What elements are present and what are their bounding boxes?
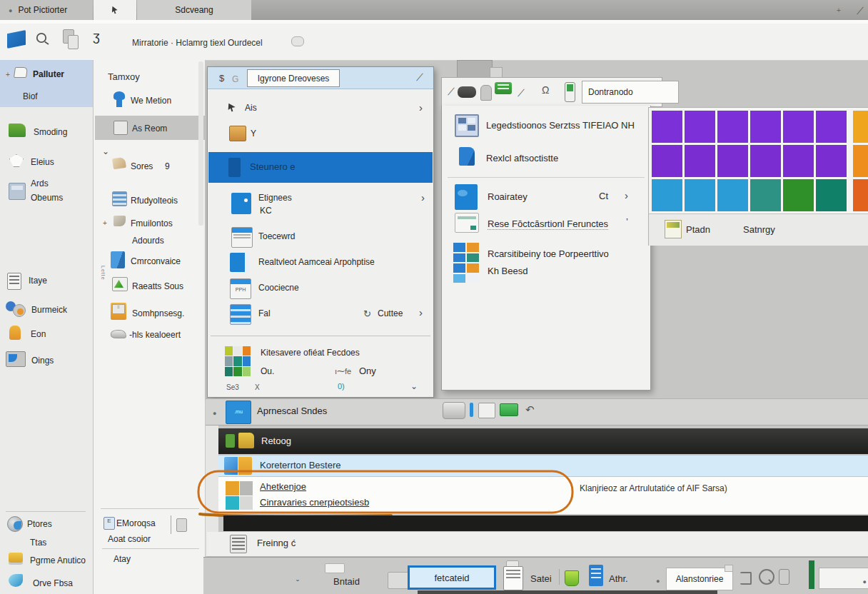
printer-icon[interactable] (443, 402, 465, 419)
palette-swatch[interactable] (853, 145, 868, 177)
palette-option-satnrgy[interactable]: Satnrgy (743, 224, 775, 235)
panel2-item-raeatts[interactable]: Raeatts Sous (94, 276, 205, 296)
panel2-item-cmrcon[interactable]: Cmrconvaice (94, 250, 205, 271)
context-search-box[interactable]: Dontranodo (582, 81, 679, 104)
sidebar-item-eleius[interactable]: Eleius (0, 153, 93, 171)
panel2-item-somh[interactable]: ≡ Somhpnsesg. (94, 301, 205, 323)
zoom-field[interactable] (819, 568, 868, 589)
palette-swatch[interactable] (816, 111, 847, 143)
menu-item-y[interactable]: Y (208, 123, 433, 144)
sidebar-item-ttas[interactable]: Ttas (0, 535, 93, 551)
search-icon[interactable] (34, 31, 51, 48)
page-icon[interactable] (503, 560, 523, 589)
calculator-icon[interactable] (176, 518, 187, 532)
tab-sdcveang[interactable]: Sdcveang (137, 0, 251, 20)
sidebar-item-eon[interactable]: Eon (0, 326, 93, 344)
palette-option-ptadn[interactable]: Ptadn (686, 224, 710, 235)
context-item-rexlcl[interactable]: Rexlcl aftsoctistte (442, 144, 650, 173)
dollar-icon[interactable] (219, 71, 224, 84)
undo-icon[interactable] (525, 403, 535, 416)
doc-blue-icon[interactable] (589, 565, 603, 586)
panel2-item-rfudy[interactable]: Rfudyolteois (94, 190, 205, 210)
panel2-item-fmuil[interactable]: Fmuilontos (94, 214, 205, 233)
list-row-koreterrton[interactable]: Koreterrton Bestere (218, 455, 868, 476)
menu-dropdown-icon[interactable] (291, 36, 304, 46)
menu-item-ais[interactable]: Ais (208, 99, 433, 119)
menu-item-selected[interactable]: Steunero e (208, 152, 433, 183)
g-icon[interactable] (232, 72, 238, 85)
palette-swatch[interactable] (783, 179, 814, 211)
palette-swatch[interactable] (685, 145, 715, 177)
sidebar-item-orve[interactable]: Orve Fbsa (0, 573, 93, 593)
lasso-icon[interactable] (93, 29, 100, 44)
menu-item-etignees[interactable]: Etignees KC (208, 190, 433, 221)
palette-swatch[interactable] (717, 111, 748, 143)
focused-field[interactable]: fetcateid (408, 565, 496, 590)
palette-swatch[interactable] (750, 145, 781, 177)
palette-swatch[interactable] (783, 111, 814, 143)
lock-icon[interactable] (542, 84, 549, 96)
sidebar-item-smoding[interactable]: Smoding (0, 123, 93, 141)
brush-icon[interactable] (518, 86, 525, 99)
phone-icon[interactable] (779, 569, 789, 585)
palette-swatch[interactable] (652, 111, 682, 143)
list-row-retoog[interactable]: Retoog (218, 428, 868, 454)
frame-icon[interactable] (478, 403, 495, 418)
edit-icon[interactable] (416, 71, 423, 84)
context-item-roairatey[interactable]: Roairatey Ct (442, 181, 650, 213)
marker-icon[interactable] (470, 403, 473, 417)
circle-q-icon[interactable] (759, 569, 774, 585)
palette-swatch[interactable] (816, 179, 847, 211)
chat-icon[interactable] (495, 82, 512, 94)
list-row-freinng[interactable]: Freinng ć (207, 532, 868, 557)
expand-icon[interactable] (410, 379, 418, 392)
panel2-footer-label3[interactable]: Atay (113, 554, 131, 564)
panel2-item-wemetion[interactable]: We Metion (94, 90, 205, 111)
menu-item-realtvleot[interactable]: Realtvleot Aamceai Arpohptise (208, 251, 433, 274)
bracket-icon[interactable] (740, 572, 752, 585)
tab-active[interactable] (94, 0, 136, 20)
list-row-ahetkenjoe[interactable]: Ahetkenjoe Cinravaries cnerpieotsiesb Kl… (218, 477, 868, 514)
sidebar-selected-block[interactable]: Palluter Biof (0, 60, 93, 107)
palette-swatch[interactable] (853, 179, 868, 211)
palette-swatch[interactable] (717, 179, 748, 211)
pen-icon[interactable] (448, 85, 455, 98)
menu-item-toecewrd[interactable]: Toecewrd (208, 226, 433, 248)
sidebar-item-burmeick[interactable]: Burmeick (0, 300, 93, 320)
dropdown-alanstonriee[interactable]: Alanstonriee (666, 568, 733, 590)
paste-icon[interactable] (63, 29, 79, 49)
palette-swatch[interactable] (685, 111, 715, 143)
trackpad-icon[interactable] (458, 86, 476, 98)
mini-tab[interactable] (457, 60, 493, 79)
tab-pot-pictiorter[interactable]: Pot Pictiorter (0, 0, 93, 20)
palette-swatch[interactable] (783, 145, 814, 177)
panel2-item-hls[interactable]: -hls kealoeert (94, 327, 205, 344)
palette-swatch[interactable] (717, 145, 748, 177)
palette-swatch[interactable] (750, 111, 781, 143)
context-item-legedstioonos[interactable]: Legedstioonos Serztss TIFEIAO NH (442, 110, 650, 141)
palette-swatch[interactable] (685, 179, 715, 211)
battery-icon[interactable] (565, 82, 575, 102)
person-icon[interactable] (480, 85, 492, 101)
panel2-item-adourds[interactable]: Adourds (94, 234, 205, 250)
sidebar-item-itaye[interactable]: Itaye (0, 273, 93, 291)
menu-footer[interactable]: Kitesavere ofiéat Fecdoes Ou. ı⁓fe Ony S… (208, 336, 433, 396)
palette-swatch[interactable] (652, 179, 682, 211)
new-tab-icon[interactable] (837, 3, 841, 16)
panel2-item-asreom[interactable]: As Reom (95, 116, 205, 140)
cup-green-icon[interactable] (565, 570, 579, 586)
sidebar-item-pgrme[interactable]: Pgrme Anutico (0, 551, 93, 570)
palette-swatch[interactable] (816, 145, 847, 177)
sidebar-item-oings[interactable]: Oings (0, 350, 93, 371)
context-item-rese[interactable]: Rese Fŏctcăsrtionl Ferunctes ’ (442, 213, 650, 238)
battery-green-icon[interactable] (500, 403, 518, 416)
palette-swatch[interactable] (853, 111, 868, 143)
app-logo-icon[interactable] (7, 30, 26, 49)
bntaid-button[interactable]: Bntaid (323, 563, 380, 589)
panel2-item-sores[interactable]: Sores 9 (94, 156, 205, 176)
palette-swatch[interactable] (652, 145, 682, 177)
menu-item-fal[interactable]: Fal Cuttee (208, 303, 433, 326)
satei-button[interactable]: Satei (530, 573, 552, 584)
menu-search-box[interactable]: Igyrone Dreoveses (247, 69, 340, 87)
context-item-rcarsit[interactable]: Rcarsitibeiny toe Porpeerttivo Kh Beesd (442, 241, 650, 286)
